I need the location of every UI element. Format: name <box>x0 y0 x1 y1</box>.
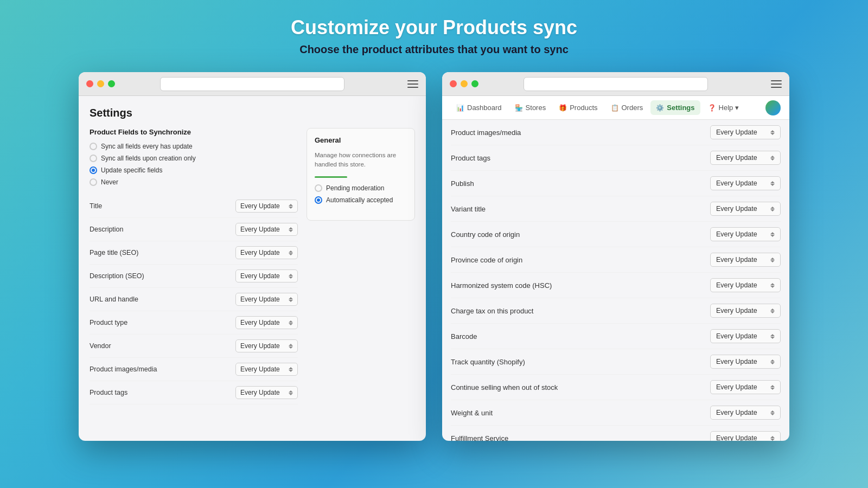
nav-orders[interactable]: 📋 Orders <box>605 100 649 115</box>
nav-products[interactable]: 🎁 Products <box>553 100 603 115</box>
right-field-select-3[interactable]: Every Update <box>710 202 781 216</box>
left-field-select-8[interactable]: Every Update <box>235 386 298 399</box>
select-arrows-2 <box>289 251 293 255</box>
left-titlebar <box>79 72 426 96</box>
left-field-label-4: URL and handle <box>90 296 138 303</box>
right-field-label-9: Track quantity (Shopify) <box>451 358 525 366</box>
products-icon: 🎁 <box>559 104 567 112</box>
right-field-select-2[interactable]: Every Update <box>710 176 781 190</box>
left-field-select-7[interactable]: Every Update <box>235 363 298 376</box>
right-field-select-4[interactable]: Every Update <box>710 227 781 241</box>
right-field-select-7[interactable]: Every Update <box>710 304 781 318</box>
fields-panel: Product Fields to Synchronize Sync all f… <box>90 128 298 404</box>
nav-settings[interactable]: ⚙️ Settings <box>650 100 700 115</box>
right-select-arrows-7 <box>770 309 775 313</box>
right-fields-container: Product images/mediaEvery UpdateProduct … <box>451 120 781 441</box>
left-field-select-0[interactable]: Every Update <box>235 200 298 213</box>
nav-dashboard[interactable]: 📊 Dashboard <box>451 100 507 115</box>
left-field-select-4[interactable]: Every Update <box>235 293 298 306</box>
select-arrows-6 <box>289 344 293 349</box>
left-field-label-7: Product images/media <box>90 365 157 373</box>
left-field-row-2: Page title (SEO)Every Update <box>90 241 298 265</box>
address-bar[interactable] <box>160 77 344 91</box>
right-select-arrows-0 <box>770 130 775 135</box>
right-field-row-3: Variant titleEvery Update <box>451 196 781 222</box>
right-field-select-12[interactable]: Every Update <box>710 431 781 441</box>
right-field-select-11[interactable]: Every Update <box>710 406 781 420</box>
general-title: General <box>315 136 407 144</box>
header: Customize your Products sync Choose the … <box>280 0 588 67</box>
main-title: Customize your Products sync <box>291 16 577 39</box>
radio-item-2[interactable]: Update specific fields <box>90 166 298 174</box>
select-arrows-7 <box>289 367 293 372</box>
left-field-value-8: Every Update <box>240 389 280 396</box>
radio-item-3[interactable]: Never <box>90 178 298 186</box>
right-maximize-button[interactable] <box>471 80 478 87</box>
menu-icon[interactable] <box>407 80 418 88</box>
general-section: General Manage how connections are handl… <box>307 128 415 221</box>
right-field-select-5[interactable]: Every Update <box>710 253 781 267</box>
nav-bar: 📊 Dashboard 🏪 Stores 🎁 Products 📋 Orders… <box>442 96 789 120</box>
right-window-controls <box>450 80 478 87</box>
left-field-select-2[interactable]: Every Update <box>235 246 298 259</box>
right-field-select-10[interactable]: Every Update <box>710 380 781 394</box>
right-minimize-button[interactable] <box>461 80 468 87</box>
maximize-button[interactable] <box>108 80 115 87</box>
right-field-select-1[interactable]: Every Update <box>710 151 781 165</box>
radio-circle-2 <box>90 166 97 174</box>
right-field-label-11: Weight & unit <box>451 409 493 417</box>
right-field-value-7: Every Update <box>716 307 757 314</box>
right-field-row-5: Province code of originEvery Update <box>451 247 781 273</box>
left-field-select-6[interactable]: Every Update <box>235 339 298 352</box>
right-field-row-11: Weight & unitEvery Update <box>451 400 781 426</box>
right-field-row-9: Track quantity (Shopify)Every Update <box>451 349 781 375</box>
left-field-value-2: Every Update <box>240 249 280 256</box>
right-field-select-0[interactable]: Every Update <box>710 125 781 139</box>
left-field-select-1[interactable]: Every Update <box>235 223 298 236</box>
nav-help[interactable]: ❓ Help ▾ <box>703 100 744 115</box>
general-panel: General Manage how connections are handl… <box>307 128 415 404</box>
left-field-value-6: Every Update <box>240 342 280 350</box>
left-field-select-5[interactable]: Every Update <box>235 316 298 329</box>
right-field-select-6[interactable]: Every Update <box>710 278 781 292</box>
general-desc: Manage how connections are handled this … <box>315 151 407 170</box>
right-field-label-10: Continue selling when out of stock <box>451 383 558 391</box>
left-field-select-3[interactable]: Every Update <box>235 269 298 282</box>
right-field-row-2: PublishEvery Update <box>451 171 781 196</box>
right-address-bar[interactable] <box>524 77 708 91</box>
general-radio-1[interactable]: Automatically accepted <box>315 196 407 204</box>
right-field-value-10: Every Update <box>716 383 757 391</box>
general-radio-0[interactable]: Pending moderation <box>315 184 407 192</box>
radio-circle-0 <box>90 143 97 150</box>
right-field-row-0: Product images/mediaEvery Update <box>451 120 781 145</box>
radio-item-1[interactable]: Sync all fields upon creation only <box>90 155 298 162</box>
right-field-label-8: Barcode <box>451 332 477 341</box>
right-close-button[interactable] <box>450 80 457 87</box>
nav-stores-label: Stores <box>526 104 546 112</box>
radio-circle-1 <box>90 155 97 162</box>
subtitle: Choose the product attributes that you w… <box>291 43 577 56</box>
left-field-value-0: Every Update <box>240 202 280 210</box>
left-field-row-8: Product tagsEvery Update <box>90 381 298 404</box>
right-field-row-7: Charge tax on this productEvery Update <box>451 298 781 324</box>
right-field-value-5: Every Update <box>716 256 757 264</box>
right-menu-icon[interactable] <box>771 80 782 88</box>
select-arrows-5 <box>289 320 293 325</box>
nav-products-label: Products <box>570 104 597 112</box>
right-field-label-1: Product tags <box>451 154 490 162</box>
nav-stores[interactable]: 🏪 Stores <box>509 100 552 115</box>
select-arrows-4 <box>289 297 293 302</box>
close-button[interactable] <box>86 80 93 87</box>
minimize-button[interactable] <box>97 80 104 87</box>
left-fields-container: TitleEvery UpdateDescriptionEvery Update… <box>90 195 298 404</box>
right-field-select-8[interactable]: Every Update <box>710 329 781 343</box>
left-field-row-4: URL and handleEvery Update <box>90 288 298 311</box>
right-titlebar <box>442 72 789 96</box>
right-field-select-9[interactable]: Every Update <box>710 355 781 369</box>
right-field-value-2: Every Update <box>716 179 757 187</box>
radio-item-0[interactable]: Sync all fields every has update <box>90 143 298 150</box>
divider <box>315 176 347 178</box>
left-field-value-1: Every Update <box>240 226 280 233</box>
nav-settings-label: Settings <box>667 104 694 112</box>
radio-label-3: Never <box>101 178 118 186</box>
